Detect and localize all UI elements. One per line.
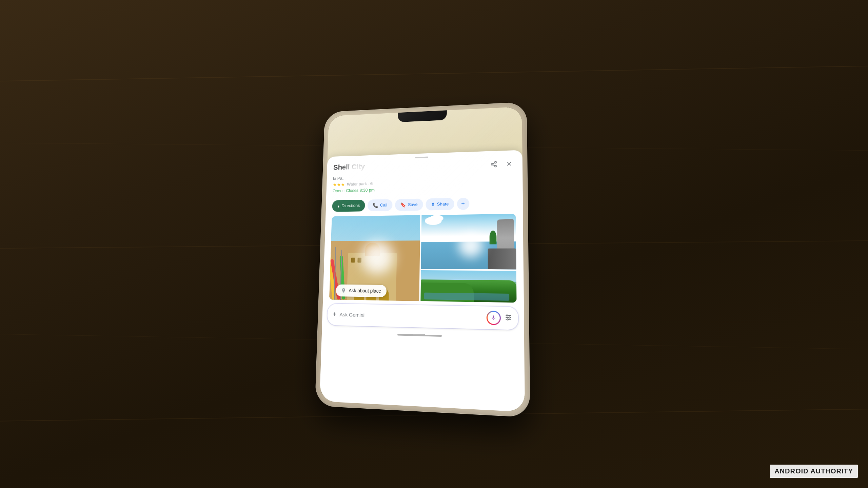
directions-button[interactable]: ⬧ Directions	[332, 199, 365, 212]
svg-point-12	[507, 318, 508, 320]
photo-slide[interactable]	[421, 214, 516, 269]
directions-icon: ⬧	[337, 203, 340, 208]
rating-stars: ★★★	[333, 181, 345, 187]
svg-point-1	[491, 163, 493, 165]
svg-line-4	[493, 162, 495, 163]
call-icon: 📞	[373, 202, 378, 208]
svg-point-0	[495, 161, 496, 163]
svg-point-11	[509, 317, 510, 318]
header-icons	[488, 157, 515, 170]
microphone-button[interactable]	[487, 310, 501, 325]
watermark: ANDROID AUTHORITY	[770, 465, 858, 478]
location-pin-icon	[341, 288, 346, 293]
sheet-handle	[415, 156, 428, 158]
ask-gemini-placeholder: Ask Gemini	[339, 312, 483, 320]
phone-frame: Shell City	[315, 102, 530, 417]
photos-section[interactable]: Ask about place	[329, 214, 517, 302]
save-button[interactable]: 🔖 Save	[395, 198, 423, 211]
call-button[interactable]: 📞 Call	[367, 199, 392, 211]
share-action-icon: ⬆	[431, 201, 435, 207]
ask-place-label: Ask about place	[349, 288, 381, 293]
trees-photo	[420, 270, 516, 302]
share-button[interactable]	[488, 158, 500, 170]
phone-notch	[398, 110, 447, 122]
svg-point-2	[495, 165, 496, 167]
svg-line-3	[493, 164, 495, 165]
photo-trees[interactable]	[420, 270, 516, 302]
phone-screen-border: Shell City	[319, 106, 525, 412]
bottom-sheet: Shell City	[319, 150, 525, 412]
ask-gemini-bar[interactable]: + Ask Gemini	[327, 304, 518, 330]
tune-button[interactable]	[505, 313, 513, 323]
sheet-header: Shell City	[326, 157, 523, 200]
home-indicator	[397, 334, 442, 337]
close-button[interactable]	[503, 157, 515, 170]
phone-device: Shell City	[315, 102, 530, 417]
more-icon: +	[461, 200, 465, 207]
plus-icon[interactable]: +	[333, 310, 337, 318]
ask-place-pill[interactable]: Ask about place	[336, 284, 387, 297]
save-icon: 🔖	[400, 202, 406, 207]
svg-point-10	[506, 315, 508, 316]
phone-screen: Shell City	[319, 106, 525, 412]
more-button[interactable]: +	[457, 197, 469, 210]
share-action-button[interactable]: ⬆ Share	[426, 198, 454, 210]
microphone-icon	[488, 312, 500, 324]
